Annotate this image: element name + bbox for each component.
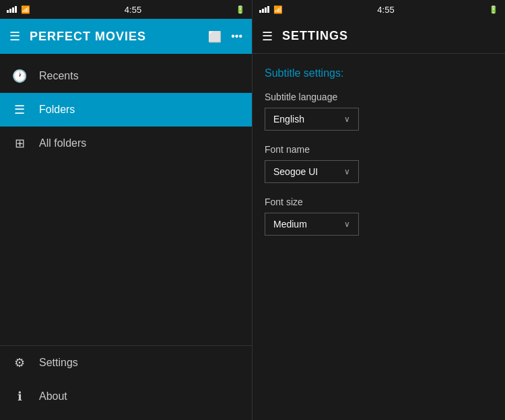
nav-list: 🕐 Recents ☰ Folders ⊞ All folders — [0, 54, 252, 345]
tablet-icon[interactable]: ⬜ — [208, 30, 222, 43]
settings-content: Subtitle settings: Subtitle language Eng… — [252, 54, 505, 420]
header-actions: ⬜ ••• — [208, 30, 242, 43]
rbar4 — [267, 6, 269, 13]
app-header: ☰ PERFECT MOVIES ⬜ ••• — [0, 19, 252, 54]
subtitle-language-label: Subtitle language — [265, 92, 493, 102]
recents-label: Recents — [39, 70, 79, 82]
right-panel: 📶 4:55 🔋 ☰ SETTINGS Subtitle settings: S… — [252, 0, 505, 420]
about-icon: ℹ — [12, 389, 27, 404]
signal-bars-right — [259, 6, 269, 13]
signal-bars — [7, 6, 17, 13]
left-panel: 📶 4:55 🔋 ☰ PERFECT MOVIES ⬜ ••• 🕐 Recent… — [0, 0, 252, 420]
all-folders-label: All folders — [39, 137, 86, 149]
font-size-arrow: ∨ — [344, 219, 350, 229]
status-bar-right: 📶 4:55 🔋 — [252, 0, 505, 19]
rbar3 — [265, 7, 267, 13]
signal-icons: 📶 — [7, 5, 30, 14]
settings-title: SETTINGS — [282, 29, 348, 43]
section-title: Subtitle settings: — [265, 67, 493, 79]
signal-icons-right: 📶 — [259, 5, 283, 14]
folders-label: Folders — [39, 104, 75, 116]
nav-item-recents[interactable]: 🕐 Recents — [0, 59, 252, 93]
nav-item-about[interactable]: ℹ About — [0, 380, 252, 413]
folders-icon: ☰ — [12, 102, 27, 117]
right-time: 4:55 — [377, 5, 394, 15]
bar2 — [9, 9, 11, 13]
settings-nav-icon: ⚙ — [12, 355, 27, 370]
font-name-value: Seogoe UI — [273, 166, 318, 177]
font-size-value: Medium — [273, 219, 307, 230]
nav-item-settings[interactable]: ⚙ Settings — [0, 346, 252, 380]
all-folders-icon: ⊞ — [12, 136, 27, 151]
wifi-icon: 📶 — [21, 5, 30, 14]
font-name-arrow: ∨ — [344, 167, 350, 176]
rbar2 — [262, 9, 264, 13]
subtitle-language-value: English — [273, 114, 304, 125]
bar4 — [15, 6, 17, 13]
hamburger-icon[interactable]: ☰ — [9, 29, 20, 44]
wifi-icon-right: 📶 — [273, 5, 283, 14]
app-title: PERFECT MOVIES — [30, 30, 199, 44]
nav-item-folders[interactable]: ☰ Folders — [0, 93, 252, 127]
battery-icon-left: 🔋 — [236, 5, 245, 14]
subtitle-language-arrow: ∨ — [344, 114, 350, 124]
font-name-label: Font name — [265, 144, 493, 155]
nav-bottom: ⚙ Settings ℹ About — [0, 345, 252, 420]
font-name-dropdown[interactable]: Seogoe UI ∨ — [265, 160, 359, 183]
about-label: About — [39, 390, 67, 403]
bar3 — [12, 7, 14, 13]
nav-item-all-folders[interactable]: ⊞ All folders — [0, 127, 252, 160]
font-size-dropdown[interactable]: Medium ∨ — [265, 213, 359, 236]
recents-icon: 🕐 — [12, 69, 27, 83]
rbar1 — [259, 10, 261, 13]
settings-menu-icon[interactable]: ☰ — [262, 29, 273, 44]
bar1 — [7, 10, 9, 13]
settings-nav-label: Settings — [39, 357, 78, 369]
settings-header: ☰ SETTINGS — [252, 19, 505, 54]
subtitle-language-dropdown[interactable]: English ∨ — [265, 108, 359, 131]
battery-icon-right: 🔋 — [489, 5, 498, 14]
font-size-label: Font size — [265, 197, 493, 207]
left-time: 4:55 — [125, 5, 141, 15]
status-bar-left: 📶 4:55 🔋 — [0, 0, 252, 19]
more-icon[interactable]: ••• — [231, 30, 242, 42]
